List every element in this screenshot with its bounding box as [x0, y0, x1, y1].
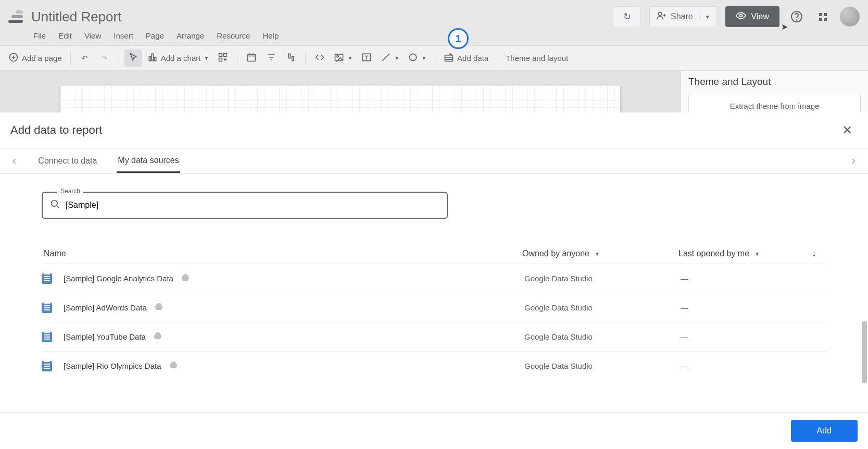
menu-help[interactable]: Help [262, 31, 279, 40]
community-viz-button[interactable] [214, 49, 232, 67]
close-icon: ✕ [842, 123, 852, 137]
datasource-icon [42, 303, 52, 313]
image-icon [334, 52, 344, 64]
search-box[interactable] [42, 192, 448, 219]
help-icon[interactable] [788, 8, 806, 26]
report-canvas[interactable] [0, 71, 681, 119]
drive-icon [153, 331, 162, 343]
apps-grid-icon[interactable] [814, 8, 832, 26]
menu-page[interactable]: Page [146, 31, 164, 40]
app-header: Untitled Report ↻ Share ▼ View [0, 0, 868, 46]
blocks-icon [218, 52, 228, 64]
drive-icon [154, 302, 163, 314]
chevron-down-icon: ▼ [421, 55, 426, 61]
search-icon [50, 199, 60, 211]
svg-point-15 [337, 56, 338, 57]
chevron-down-icon[interactable]: ▼ [699, 14, 710, 20]
search-label: Search [57, 188, 83, 195]
menu-view[interactable]: View [84, 31, 101, 40]
datasource-icon [42, 361, 52, 371]
text-icon [361, 52, 372, 64]
text-button[interactable] [358, 49, 375, 67]
data-control-button[interactable] [282, 49, 300, 67]
menu-arrange[interactable]: Arrange [177, 31, 204, 40]
date-range-button[interactable] [243, 49, 260, 67]
cursor-icon [128, 52, 139, 64]
tab-mysources[interactable]: My data sources [117, 149, 180, 173]
close-button[interactable]: ✕ [837, 121, 858, 140]
image-button[interactable]: ▼ [331, 49, 356, 67]
column-opened[interactable]: Last opened by me▼ [678, 249, 803, 258]
calendar-icon [246, 52, 257, 64]
side-panel-title: Theme and Layout [688, 76, 861, 88]
view-label: View [751, 12, 769, 21]
person-add-icon [656, 10, 666, 23]
redo-button[interactable]: ↷ [96, 49, 114, 67]
svg-rect-9 [224, 54, 227, 57]
chevron-right-icon[interactable]: › [850, 154, 858, 168]
column-name[interactable]: Name [44, 249, 522, 258]
selection-tool[interactable] [124, 49, 142, 67]
datasource-icon [42, 332, 52, 342]
row-owner: Google Data Studio [524, 274, 681, 283]
add-button[interactable]: Add [791, 420, 858, 442]
add-page-button[interactable]: Add a page [5, 49, 65, 67]
filter-icon [266, 52, 276, 64]
plus-circle-icon [8, 52, 19, 64]
chevron-down-icon: ▼ [595, 251, 600, 257]
row-owner: Google Data Studio [524, 332, 681, 341]
url-embed-button[interactable] [311, 49, 329, 67]
svg-point-3 [797, 20, 797, 20]
table-row[interactable]: [Sample] Google Analytics Data Google Da… [42, 264, 826, 293]
line-icon [381, 52, 391, 64]
menu-resource[interactable]: Resource [217, 31, 250, 40]
svg-rect-13 [292, 56, 294, 60]
svg-point-0 [658, 12, 662, 16]
panel-tabs: ‹ Connect to data My data sources › [0, 148, 868, 174]
chevron-left-icon[interactable]: ‹ [10, 154, 18, 168]
mouse-cursor: ➤ [781, 22, 788, 32]
share-button[interactable]: Share ▼ [649, 6, 717, 27]
theme-layout-button[interactable]: Theme and layout [502, 49, 571, 67]
callout-badge-1: 1 [448, 28, 469, 49]
menu-insert[interactable]: Insert [114, 31, 133, 40]
column-owner[interactable]: Owned by anyone▼ [522, 249, 678, 258]
svg-point-17 [410, 54, 417, 60]
data-control-icon [286, 52, 296, 64]
sort-direction-icon[interactable]: ↓ [803, 249, 824, 258]
user-avatar[interactable] [840, 7, 860, 27]
drive-icon [181, 273, 190, 284]
table-row[interactable]: [Sample] AdWords Data Google Data Studio… [42, 293, 826, 322]
scrollbar[interactable] [862, 321, 867, 383]
share-label: Share [671, 12, 693, 21]
chevron-down-icon: ▼ [394, 55, 399, 61]
tab-connect[interactable]: Connect to data [37, 150, 98, 172]
refresh-button[interactable]: ↻ [613, 6, 641, 27]
row-opened: — [681, 303, 806, 312]
add-data-icon [444, 52, 454, 64]
undo-button[interactable]: ↶ [76, 49, 94, 67]
code-icon [315, 52, 325, 64]
panel-footer: Add [0, 412, 868, 449]
add-data-button[interactable]: Add data [441, 49, 492, 67]
menu-file[interactable]: File [33, 31, 46, 40]
add-chart-button[interactable]: Add a chart ▼ [144, 49, 212, 67]
shape-button[interactable]: ▼ [405, 49, 430, 67]
eye-icon [736, 10, 746, 23]
filter-control-button[interactable] [262, 49, 280, 67]
search-input[interactable] [66, 201, 439, 210]
app-logo-icon [8, 10, 23, 23]
svg-point-19 [52, 201, 58, 207]
report-title[interactable]: Untitled Report [31, 9, 121, 25]
chevron-down-icon: ▼ [204, 55, 209, 61]
svg-rect-10 [219, 58, 222, 61]
menu-edit[interactable]: Edit [58, 31, 72, 40]
toolbar: Add a page ↶ ↷ Add a chart ▼ ▼ ▼ ▼ Add d… [0, 46, 868, 71]
table-row[interactable]: [Sample] YouTube Data Google Data Studio… [42, 322, 826, 351]
view-button[interactable]: View [725, 6, 779, 27]
drive-icon [169, 360, 178, 372]
table-row[interactable]: [Sample] Rio Olympics Data Google Data S… [42, 351, 826, 380]
undo-icon: ↶ [81, 54, 88, 63]
line-button[interactable]: ▼ [378, 49, 402, 67]
side-panel: Theme and Layout Extract theme from imag… [681, 71, 868, 119]
